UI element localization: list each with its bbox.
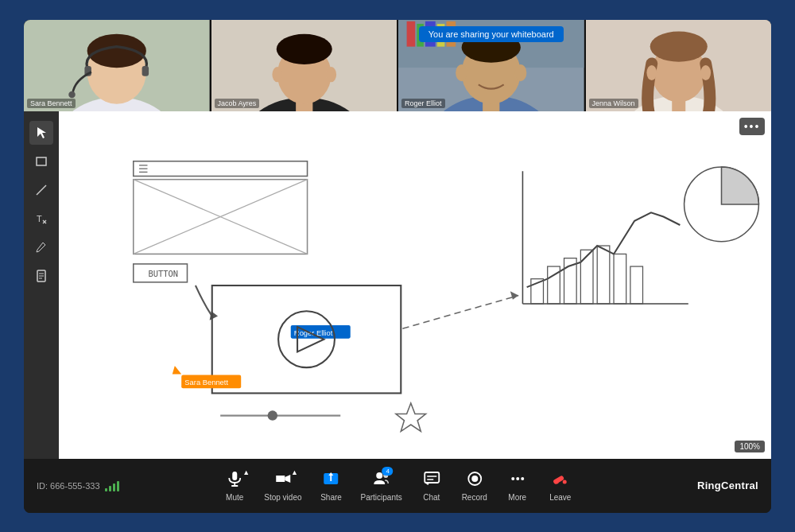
- record-label: Record: [462, 493, 487, 502]
- svg-point-6: [68, 91, 75, 97]
- share-button[interactable]: Share: [312, 467, 351, 505]
- participant-face-jacob: [211, 20, 398, 111]
- participants-button[interactable]: 4 Participants: [355, 467, 409, 505]
- ringcentral-logo: RingCentral: [697, 480, 758, 491]
- svg-point-91: [516, 477, 519, 480]
- participants-strip: Sara Bennett Jacob Ayres: [24, 20, 771, 111]
- whiteboard-drawings: BUTTON Roger Elliot Sara Bennett: [59, 111, 771, 459]
- svg-rect-85: [425, 472, 439, 483]
- participants-icon: 4: [373, 470, 390, 491]
- svg-rect-76: [232, 472, 237, 480]
- svg-marker-56: [210, 311, 218, 320]
- svg-point-13: [272, 67, 282, 82]
- svg-point-35: [700, 64, 711, 80]
- svg-rect-71: [614, 254, 626, 304]
- svg-point-94: [554, 480, 558, 483]
- participant-tile-jacob[interactable]: Jacob Ayres: [211, 20, 398, 111]
- svg-point-33: [650, 31, 707, 61]
- svg-point-14: [326, 67, 336, 82]
- signal-bar-2: [109, 486, 111, 491]
- meeting-id: ID: 666-555-333: [37, 480, 119, 491]
- svg-rect-36: [37, 157, 46, 165]
- tool-pen[interactable]: [29, 235, 53, 259]
- tool-rectangle[interactable]: [29, 150, 53, 173]
- signal-bars: [105, 480, 119, 491]
- mute-label: Mute: [226, 493, 243, 502]
- stop-video-button[interactable]: ▲ Stop video: [258, 467, 308, 505]
- leave-icon: [552, 470, 569, 491]
- svg-point-34: [646, 64, 657, 80]
- participant-face-sara: [24, 20, 210, 111]
- svg-point-90: [511, 477, 514, 480]
- svg-rect-93: [553, 475, 564, 484]
- share-label: Share: [320, 493, 342, 502]
- more-button[interactable]: More: [498, 467, 537, 505]
- leave-label: Leave: [549, 493, 571, 502]
- whiteboard-canvas[interactable]: BUTTON Roger Elliot Sara Bennett: [59, 111, 771, 459]
- svg-point-92: [521, 477, 524, 480]
- whiteboard-more-button[interactable]: •••: [739, 118, 765, 135]
- svg-rect-45: [134, 161, 308, 176]
- participants-badge: 4: [382, 467, 394, 476]
- chat-icon: [423, 470, 440, 491]
- svg-point-89: [471, 476, 478, 482]
- more-icon: [509, 470, 526, 491]
- participant-name-jenna: Jenna Wilson: [589, 99, 638, 108]
- leave-button[interactable]: Leave: [541, 467, 580, 505]
- svg-rect-72: [630, 266, 643, 304]
- svg-line-37: [37, 185, 46, 195]
- svg-point-26: [456, 64, 467, 80]
- svg-marker-74: [510, 291, 518, 299]
- mute-button[interactable]: ▲ Mute: [215, 467, 254, 505]
- svg-point-12: [276, 33, 332, 64]
- stop-video-label: Stop video: [264, 493, 301, 502]
- svg-rect-69: [580, 250, 593, 304]
- participant-tile-jenna[interactable]: Jenna Wilson: [586, 20, 772, 111]
- participant-tile-sara[interactable]: Sara Bennett: [24, 20, 210, 111]
- tool-line[interactable]: [29, 178, 53, 202]
- tool-document[interactable]: [29, 264, 53, 288]
- svg-text:Roger Elliot: Roger Elliot: [294, 328, 333, 336]
- participant-tile-roger[interactable]: You are sharing your whiteboard Roger El…: [398, 20, 584, 111]
- signal-bar-4: [117, 481, 119, 491]
- main-window: Sara Bennett Jacob Ayres: [24, 20, 771, 513]
- participants-label: Participants: [361, 493, 402, 502]
- svg-text:T: T: [37, 214, 42, 223]
- signal-bar-1: [105, 488, 107, 491]
- more-label: More: [508, 493, 526, 502]
- svg-point-63: [268, 410, 278, 421]
- drawing-toolbar: T: [24, 111, 59, 459]
- chat-label: Chat: [423, 493, 440, 502]
- svg-point-27: [514, 64, 526, 80]
- svg-text:BUTTON: BUTTON: [149, 268, 179, 278]
- record-button[interactable]: Record: [455, 467, 494, 505]
- participant-name-roger: Roger Elliot: [401, 99, 445, 108]
- svg-rect-17: [407, 21, 416, 46]
- tool-text[interactable]: T: [29, 207, 53, 231]
- svg-text:Sara Bennett: Sara Bennett: [184, 379, 228, 386]
- tool-select[interactable]: [29, 121, 53, 145]
- bottom-bar: ID: 666-555-333 ▲: [24, 459, 771, 513]
- participant-name-sara: Sara Bennett: [27, 99, 76, 108]
- svg-line-73: [402, 295, 518, 328]
- svg-rect-70: [597, 246, 610, 304]
- record-icon: [466, 470, 483, 491]
- stop-video-icon: ▲: [274, 470, 292, 491]
- signal-bar-3: [113, 483, 115, 491]
- zoom-indicator: 100%: [735, 441, 765, 452]
- participant-face-jenna: [586, 20, 772, 111]
- sharing-banner: You are sharing your whiteboard: [419, 26, 564, 42]
- meeting-controls: ▲ Mute ▲ Stop video: [215, 467, 580, 505]
- svg-point-95: [562, 480, 566, 483]
- share-icon: [323, 470, 340, 491]
- svg-point-58: [278, 311, 335, 367]
- chat-button[interactable]: Chat: [412, 467, 452, 505]
- mute-icon: ▲: [226, 470, 243, 491]
- whiteboard-area: T: [24, 111, 771, 459]
- participant-name-jacob: Jacob Ayres: [215, 99, 260, 108]
- svg-rect-5: [142, 66, 149, 76]
